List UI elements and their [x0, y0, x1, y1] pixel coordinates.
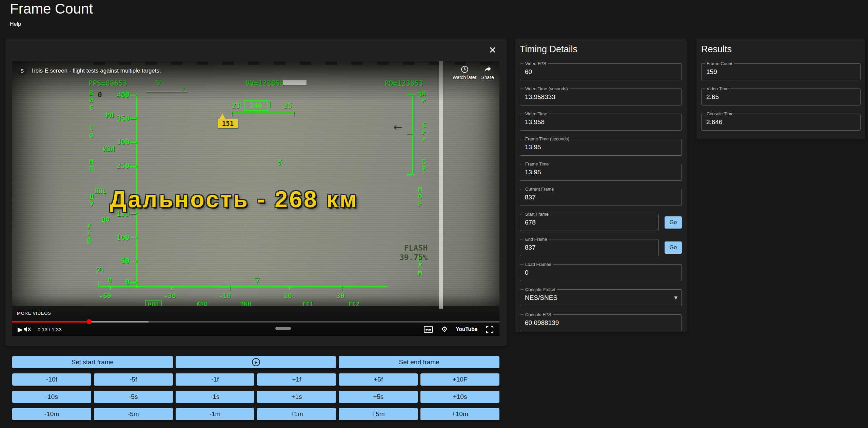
hud-label-pps: ППС — [95, 187, 106, 195]
hud-label-mp: МП — [89, 158, 94, 173]
plus-1s-button[interactable]: +1s — [257, 391, 336, 403]
hud-pps-readout: PPS=89653 — [88, 79, 127, 87]
set-end-frame-button[interactable]: Set end frame — [339, 356, 499, 368]
youtube-player[interactable]: PPS=89653 ▽ ▽ VV=123858 PD=123853 3 ← — [12, 61, 499, 336]
hud-left-arrow-icon: ← — [393, 121, 402, 134]
minus-10s-button[interactable]: -10s — [12, 391, 91, 403]
hud-right-scale-number: 3 — [418, 90, 422, 98]
start-frame-row: Start Frame Go — [520, 214, 682, 231]
muted-volume-icon — [23, 325, 32, 334]
share-label: Share — [481, 75, 494, 80]
hud-label-cu: ЦУ — [90, 193, 94, 208]
hud-target-left: 23 — [232, 102, 240, 110]
video-white-strip — [439, 61, 443, 309]
plus-10m-button[interactable]: +10m — [420, 408, 499, 420]
console-preset-field: Console Preset NES/SNES ▾ — [520, 289, 682, 306]
hud-label-vis: ВИС — [89, 90, 94, 111]
plus-1f-button[interactable]: +1f — [257, 373, 336, 386]
share-button[interactable]: Share — [479, 65, 496, 80]
hud-label-vr: ВР — [422, 158, 427, 173]
time-display: 0:13 / 1:33 — [38, 327, 62, 332]
console-time-field: Console Time — [701, 114, 861, 131]
share-icon — [484, 65, 492, 74]
hud-bottom-number: 10 — [284, 292, 292, 300]
fullscreen-button[interactable] — [486, 325, 494, 334]
end-frame-go-button[interactable]: Go — [665, 241, 682, 254]
hud-vv-readout: VV=123858 — [245, 79, 284, 87]
watch-later-label: Watch later — [453, 75, 476, 80]
timing-panel: Timing Details Video FPS Video Time (sec… — [515, 39, 687, 332]
minus-5s-button[interactable]: -5s — [94, 391, 173, 403]
hud-label-utv: УТВ — [87, 222, 92, 244]
minus-1f-button[interactable]: -1f — [176, 373, 255, 386]
hud-flash-label: FLASH — [404, 244, 428, 252]
minus-1s-button[interactable]: -1s — [176, 391, 255, 403]
play-pause-button[interactable]: ▶ — [176, 356, 336, 368]
minus-10m-button[interactable]: -10m — [12, 408, 91, 420]
start-frame-go-button[interactable]: Go — [665, 216, 682, 229]
hud-range-pointer — [220, 113, 225, 119]
result-video-time-field: Video Time — [701, 89, 861, 105]
video-card: ✕ PPS=89653 ▽ ▽ VV=123858 PD=123853 3 ← — [5, 39, 507, 346]
hud-label-do: ДО — [102, 216, 110, 223]
frame-time-field: Frame Time — [520, 164, 682, 181]
subtitles-button[interactable] — [424, 326, 433, 333]
hud-label-so: СО — [89, 125, 94, 139]
plus-5f-button[interactable]: +5f — [339, 373, 418, 386]
minus-10f-button[interactable]: -10f — [12, 373, 91, 386]
start-frame-field: Start Frame — [520, 214, 659, 231]
hud-alt-tick-label: 50 — [106, 257, 130, 265]
hud-center-triangle-icon: ▽ — [254, 274, 260, 286]
video-frame: PPS=89653 ▽ ▽ VV=123858 PD=123853 3 ← — [12, 61, 499, 309]
hud-label-rl: РЛ — [106, 111, 114, 119]
close-icon[interactable]: ✕ — [487, 44, 498, 56]
scrubber-pill — [275, 327, 291, 330]
hud-alt-zero-prefix: 0 — [98, 91, 102, 99]
hud-target-box: 240 — [244, 100, 268, 111]
chevron-down-icon: ▾ — [674, 294, 677, 301]
page-title: Frame Count — [10, 1, 93, 17]
plus-5m-button[interactable]: +5m — [339, 408, 418, 420]
frame-set-row: Set start frame ▶ Set end frame — [12, 356, 499, 368]
play-icon: ▶ — [18, 326, 23, 333]
timing-panel-title: Timing Details — [520, 44, 682, 55]
set-start-frame-button[interactable]: Set start frame — [12, 356, 173, 368]
end-frame-field: End Frame — [520, 239, 659, 256]
hud-pd-readout: PD=123853 — [384, 79, 423, 87]
minutes-step-row: -10m -5m -1m +1m +5m +10m — [12, 408, 499, 420]
play-button[interactable]: ▶ — [18, 326, 23, 333]
minus-5f-button[interactable]: -5f — [94, 373, 173, 386]
plus-10f-button[interactable]: +10F — [420, 373, 499, 386]
plus-1m-button[interactable]: +1m — [257, 408, 336, 420]
youtube-logo[interactable]: YouTube — [456, 326, 477, 332]
clock-icon — [460, 65, 469, 74]
plus-10s-button[interactable]: +10s — [420, 391, 499, 403]
hud-datum-triangle-icon: ▽ — [156, 77, 161, 87]
gear-icon: ⚙ — [441, 325, 448, 333]
video-time-seconds-field: Video Time (seconds) — [520, 89, 682, 105]
frame-count-field: Frame Count — [701, 63, 861, 80]
hud-bottom-number: 30 — [336, 292, 344, 300]
minus-5m-button[interactable]: -5m — [94, 408, 173, 420]
more-videos-label[interactable]: MORE VIDEOS — [17, 311, 51, 316]
settings-button[interactable]: ⚙ — [441, 325, 448, 333]
plus-5s-button[interactable]: +5s — [339, 391, 418, 403]
hud-target-right: 25 — [283, 102, 292, 110]
watch-later-button[interactable]: Watch later — [449, 65, 480, 80]
frame-step-row: -10f -5f -1f +1f +5f +10F — [12, 373, 499, 386]
hud-alt-tick-label: 100 — [106, 234, 130, 242]
frame-time-seconds-field: Frame Time (seconds) — [520, 139, 682, 156]
hud-headline: Дальность - 268 км — [110, 186, 358, 212]
console-fps-field: Console FPS — [520, 314, 682, 331]
hud-bottom-zero: 0 — [108, 276, 112, 284]
hud-target-marker: ✕3 — [278, 156, 281, 166]
hud-bottom-number: -30 — [164, 292, 176, 300]
minus-1m-button[interactable]: -1m — [176, 408, 255, 420]
video-title[interactable]: Irbis-E screen - flight tests against mu… — [32, 67, 161, 74]
mute-button[interactable] — [23, 325, 32, 334]
help-link[interactable]: Help — [10, 21, 21, 27]
channel-avatar[interactable]: S — [17, 65, 27, 76]
hud-flash-readout: FLASH 39.75% — [372, 244, 428, 262]
hud-label-percent: 5% — [96, 266, 103, 273]
video-fps-field: Video FPS — [520, 63, 682, 80]
